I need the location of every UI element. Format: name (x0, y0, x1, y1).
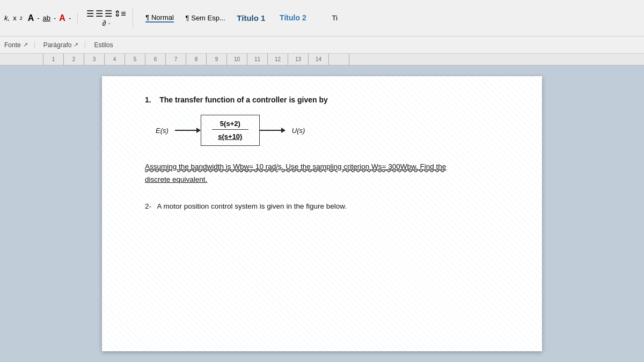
font-a-label: A (59, 13, 65, 23)
estilos-section-label-group: Estilos (94, 41, 119, 49)
tf-denominator-wrapper: s(s+10) (212, 131, 248, 141)
ruler-mark-6: 6 (145, 54, 165, 65)
h-line-out (260, 130, 281, 131)
style-normal-label: Normal (151, 13, 174, 21)
style-sem-esp-preview: ¶ Sem Esp... (186, 14, 225, 23)
styles-section: ¶ Normal ¶ Sem Esp... Título 1 Título 2 … (135, 13, 640, 23)
ruler-mark-7: 7 (165, 54, 186, 65)
ruler-mark-12: 12 (267, 54, 288, 65)
h-line-in (175, 130, 196, 131)
ruler-mark-16 (349, 54, 369, 65)
tf-denominator: s(s+10) (218, 132, 242, 141)
tf-numerator: 5(s+2) (212, 120, 248, 130)
paragrafo-label: Parágrafo (43, 41, 72, 49)
font-dash2: - (54, 14, 56, 22)
block-diagram: E(s) 5(s+2) s(s+10) (156, 115, 510, 146)
style-titulo1-preview: Título 1 (237, 13, 265, 23)
font-dash3: - (69, 14, 71, 22)
style-normal[interactable]: ¶ Normal (144, 13, 176, 23)
assuming-word3: . Use the sampling criterion W (282, 162, 378, 171)
ruler-mark-10: 10 (226, 54, 247, 65)
font-section: k, x 2 A - ab - A - (4, 13, 78, 23)
style-sem-esp[interactable]: ¶ Sem Esp... (186, 14, 225, 23)
transfer-function-box: 5(s+2) s(s+10) (201, 115, 260, 146)
style-ti[interactable]: Ti (319, 14, 351, 23)
style-normal-preview: ¶ Normal (145, 13, 174, 23)
toolbar-row2: Fonte ↗ Parágrafo ↗ Estilos (0, 36, 644, 54)
style-titulo2[interactable]: Título 2 (277, 13, 309, 23)
question-1-heading: 1. The transfer function of a controller… (145, 95, 510, 104)
question-1: 1. The transfer function of a controller… (145, 95, 510, 185)
question-2-body: A motor position control system is given… (157, 202, 347, 210)
fonte-section-label-group: Fonte ↗ (4, 41, 35, 49)
paragrafo-expand-icon[interactable]: ↗ (74, 41, 78, 48)
ruler-mark-15 (328, 54, 349, 65)
ruler: 1 2 3 4 5 6 7 8 9 10 11 12 13 14 (0, 54, 644, 65)
font-x2-label: x (13, 14, 17, 22)
assuming-paragraph: Assuming the bandwidth is Wbw= 10 rad/s.… (145, 161, 510, 185)
input-label: E(s) (156, 127, 169, 135)
ruler-mark-2: 2 (63, 54, 84, 65)
ruler-mark-9: 9 (206, 54, 226, 65)
document-area: 1. The transfer function of a controller… (0, 65, 644, 362)
paragraph-indent-icon[interactable]: ∂ · (103, 19, 111, 27)
ruler-mark-14: 14 (308, 54, 328, 65)
assuming-word2: = 10 rad/ (249, 162, 278, 171)
align-center-icon[interactable]: ☰ (96, 9, 103, 19)
question-1-number: 1. (145, 95, 151, 104)
document-page: 1. The transfer function of a controller… (102, 76, 542, 351)
font-ab-label: ab (43, 14, 50, 22)
assuming-s: s (278, 162, 282, 171)
ruler-mark-11: 11 (247, 54, 267, 65)
fonte-label: Fonte (4, 41, 21, 49)
font-a-bold: A (28, 13, 34, 23)
style-ti-preview: Ti (332, 14, 338, 23)
fonte-expand-icon[interactable]: ↗ (23, 41, 28, 48)
question-2: 2- A motor position control system is gi… (145, 202, 510, 210)
arrow-in (175, 128, 201, 133)
style-titulo2-preview: Título 2 (280, 13, 306, 23)
toolbar-row1: k, x 2 A - ab - A - ☰ ☰ ☰ ⇕≡ ∂ · ¶ Norma… (0, 0, 644, 36)
style-sem-esp-label: Sem Esp... (191, 14, 225, 22)
question-2-text: 2- A motor position control system is gi… (145, 202, 510, 210)
align-left-icon[interactable]: ☰ (86, 9, 94, 19)
assuming-ws: s (378, 162, 382, 171)
font-dash1: - (37, 14, 39, 22)
arrow-out (260, 128, 286, 133)
align-right-icon[interactable]: ☰ (105, 9, 112, 19)
ruler-mark-3: 3 (84, 54, 104, 65)
ruler-mark-5: 5 (125, 54, 145, 65)
assuming-word1: Assuming the bandwidth is W (145, 162, 240, 171)
estilos-label: Estilos (94, 41, 113, 49)
style-titulo1[interactable]: Título 1 (235, 13, 267, 23)
assuming-bw: bw (240, 162, 249, 171)
paragrafo-section-label-group: Parágrafo ↗ (43, 41, 86, 49)
arrow-right-out (281, 128, 286, 133)
superscript-icon: 2 (20, 16, 23, 21)
ruler-mark-8: 8 (186, 54, 206, 65)
assuming-line2: discrete equivalent. (145, 174, 510, 186)
ruler-mark-4: 4 (104, 54, 125, 65)
align-icons-group: ☰ ☰ ☰ ⇕≡ (86, 9, 126, 19)
assuming-line1: Assuming the bandwidth is Wbw= 10 rad/s.… (145, 161, 510, 173)
style-ti-label: Ti (332, 14, 338, 22)
font-k-label: k, (4, 14, 10, 22)
arrow-right-in (196, 128, 201, 133)
style-titulo2-label: Título 2 (280, 13, 306, 22)
assuming-word4: = 300Wbw. Find the (382, 162, 447, 171)
ruler-content: 1 2 3 4 5 6 7 8 9 10 11 12 13 14 (32, 54, 644, 65)
line-spacing-icon[interactable]: ⇕≡ (114, 9, 126, 19)
output-label: U(s) (292, 127, 305, 135)
ruler-mark-1: 1 (43, 54, 63, 65)
question-1-text: The transfer function of a controller is… (159, 95, 328, 104)
style-titulo1-label: Título 1 (237, 13, 265, 23)
question-2-number: 2- (145, 202, 151, 210)
paragraph-section: ☰ ☰ ☰ ⇕≡ ∂ · (80, 9, 133, 27)
ruler-mark-13: 13 (288, 54, 308, 65)
